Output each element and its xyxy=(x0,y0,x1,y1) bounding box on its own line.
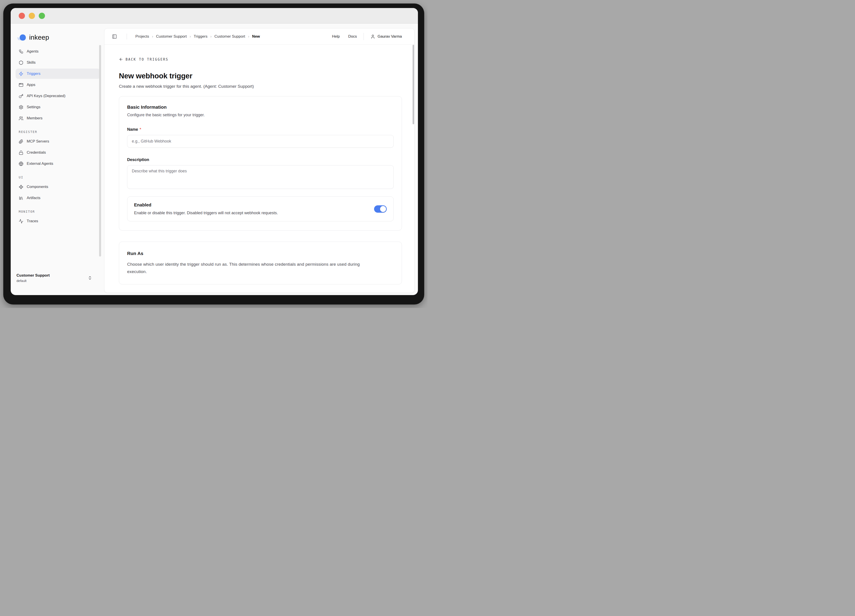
sidebar-section-ui: UI xyxy=(15,176,100,179)
sidebar-item-label: Apps xyxy=(27,83,35,87)
sidebar-item-label: Members xyxy=(27,116,43,121)
back-link-label: BACK TO TRIGGERS xyxy=(126,57,169,61)
sidebar-item-components[interactable]: Components xyxy=(15,182,100,192)
workflow-icon xyxy=(19,49,23,54)
sidebar-item-label: Artifacts xyxy=(27,196,40,200)
brand-name: inkeep xyxy=(29,34,49,41)
sidebar-item-label: Skills xyxy=(27,60,35,65)
workspace-title: Customer Support xyxy=(17,273,50,278)
content-scrollbar[interactable] xyxy=(412,45,414,124)
main-panel: Projects›Customer Support›Triggers›Custo… xyxy=(104,28,415,293)
required-marker: * xyxy=(139,127,141,132)
library-icon xyxy=(19,196,23,201)
header-divider xyxy=(127,34,127,40)
component-icon xyxy=(19,185,23,189)
zoom-window-button[interactable] xyxy=(39,13,45,19)
enabled-description: Enable or disable this trigger. Disabled… xyxy=(134,211,278,215)
gear-icon xyxy=(19,105,23,110)
back-to-triggers-link[interactable]: BACK TO TRIGGERS xyxy=(119,57,169,61)
sidebar-item-label: API Keys (Deprecated) xyxy=(27,94,66,98)
enabled-label: Enabled xyxy=(134,202,278,208)
arrow-left-icon xyxy=(119,57,123,61)
app-window-icon xyxy=(19,83,23,87)
inkeep-logo-icon xyxy=(16,32,27,43)
breadcrumb-triggers[interactable]: Triggers xyxy=(194,34,207,39)
breadcrumb-separator: › xyxy=(152,35,153,38)
workspace-subtitle: default xyxy=(17,279,50,283)
sidebar-nav: AgentsSkillsTriggersAppsAPI Keys (Deprec… xyxy=(15,46,100,227)
sidebar: inkeep AgentsSkillsTriggersAppsAPI Keys … xyxy=(11,24,104,295)
description-input[interactable] xyxy=(127,165,394,189)
hexagon-icon xyxy=(19,60,23,65)
sidebar-item-apps[interactable]: Apps xyxy=(15,80,100,90)
card-title: Run As xyxy=(127,251,394,256)
sidebar-item-skills[interactable]: Skills xyxy=(15,57,100,68)
minimize-window-button[interactable] xyxy=(29,13,35,19)
titlebar xyxy=(11,8,418,24)
header-link-help[interactable]: Help xyxy=(332,34,340,39)
user-name: Gaurav Varma xyxy=(378,34,402,39)
sidebar-item-settings[interactable]: Settings xyxy=(15,102,100,112)
page-content: BACK TO TRIGGERS New webhook trigger Cre… xyxy=(104,45,414,293)
brand-logo[interactable]: inkeep xyxy=(15,32,100,43)
sidebar-item-mcp-servers[interactable]: MCP Servers xyxy=(15,136,100,147)
sidebar-item-label: Triggers xyxy=(27,72,40,76)
run-as-card: Run As Choose which user identity the tr… xyxy=(119,242,402,284)
sidebar-item-label: Settings xyxy=(27,105,40,109)
toggle-thumb xyxy=(380,206,386,212)
breadcrumb-customer-support[interactable]: Customer Support xyxy=(156,34,187,39)
page-subtitle: Create a new webhook trigger for this ag… xyxy=(119,84,402,89)
breadcrumb: Projects›Customer Support›Triggers›Custo… xyxy=(135,34,260,39)
run-as-description: Choose which user identity the trigger s… xyxy=(127,260,363,275)
breadcrumb-current: New xyxy=(252,34,260,39)
sidebar-item-external-agents[interactable]: External Agents xyxy=(15,159,100,169)
sidebar-item-api-keys-deprecated[interactable]: API Keys (Deprecated) xyxy=(15,91,100,101)
breadcrumb-separator: › xyxy=(210,35,211,38)
sidebar-item-traces[interactable]: Traces xyxy=(15,216,100,226)
header-divider xyxy=(363,33,364,40)
sidebar-item-credentials[interactable]: Credentials xyxy=(15,147,100,158)
sidebar-item-label: MCP Servers xyxy=(27,139,49,144)
breadcrumb-separator: › xyxy=(248,35,249,38)
sidebar-item-label: Traces xyxy=(27,219,38,224)
enabled-setting: Enabled Enable or disable this trigger. … xyxy=(127,196,394,221)
sidebar-item-artifacts[interactable]: Artifacts xyxy=(15,193,100,203)
user-icon xyxy=(371,34,375,39)
card-subtitle: Configure the basic settings for your tr… xyxy=(127,113,394,117)
basic-information-card: Basic Information Configure the basic se… xyxy=(119,96,402,230)
users-icon xyxy=(19,116,23,121)
enabled-toggle[interactable] xyxy=(374,205,387,213)
sidebar-item-members[interactable]: Members xyxy=(15,113,100,123)
key-icon xyxy=(19,94,23,98)
sidebar-section-monitor: MONITOR xyxy=(15,210,100,213)
sidebar-scrollbar[interactable] xyxy=(99,45,101,257)
close-window-button[interactable] xyxy=(19,13,25,19)
breadcrumb-customer-support[interactable]: Customer Support xyxy=(215,34,245,39)
user-menu[interactable]: Gaurav Varma xyxy=(371,34,402,39)
workspace-switcher[interactable]: Customer Support default xyxy=(15,273,100,283)
description-field-label: Description xyxy=(127,158,394,162)
activity-icon xyxy=(19,219,23,224)
globe-icon xyxy=(19,161,23,166)
app-window: inkeep AgentsSkillsTriggersAppsAPI Keys … xyxy=(11,8,418,295)
header-link-docs[interactable]: Docs xyxy=(348,34,357,39)
zap-icon xyxy=(19,72,23,76)
sidebar-section-register: REGISTER xyxy=(15,130,100,133)
sidebar-toggle-icon[interactable] xyxy=(112,34,117,39)
sidebar-item-agents[interactable]: Agents xyxy=(15,46,100,57)
sidebar-item-label: External Agents xyxy=(27,161,53,166)
name-field-label: Name* xyxy=(127,127,394,132)
sidebar-item-triggers[interactable]: Triggers xyxy=(15,69,100,79)
paperclip-icon xyxy=(19,139,23,144)
chevrons-up-down-icon xyxy=(88,276,92,280)
sidebar-item-label: Components xyxy=(27,185,48,189)
breadcrumb-separator: › xyxy=(190,35,191,38)
name-input[interactable] xyxy=(127,135,394,148)
sidebar-item-label: Agents xyxy=(27,49,38,54)
breadcrumb-projects[interactable]: Projects xyxy=(135,34,149,39)
device-frame: inkeep AgentsSkillsTriggersAppsAPI Keys … xyxy=(3,3,424,305)
breadcrumb-bar: Projects›Customer Support›Triggers›Custo… xyxy=(104,29,414,45)
page-title: New webhook trigger xyxy=(119,72,402,80)
sidebar-item-label: Credentials xyxy=(27,150,46,155)
lock-icon xyxy=(19,150,23,155)
